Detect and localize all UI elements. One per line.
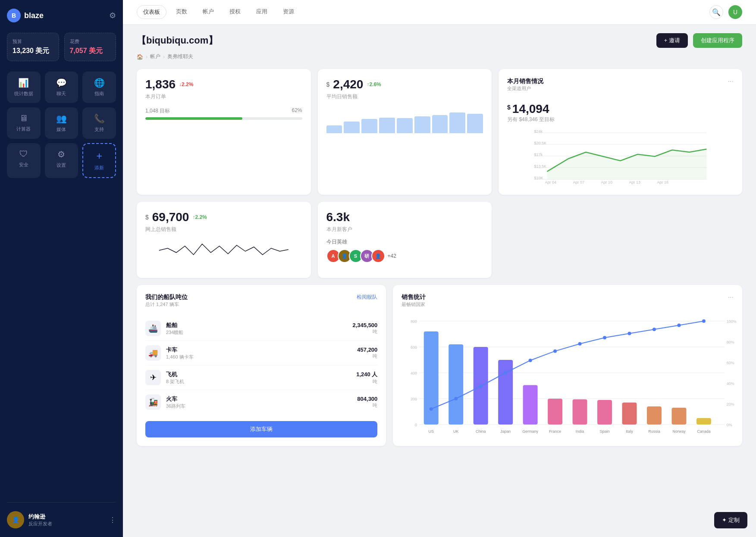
mini-bar-1 [344, 122, 360, 133]
sales-bar-chart: 02004006008000%20%40%60%80%100%USUKChina… [402, 315, 734, 444]
progress-bar [145, 117, 302, 120]
breadcrumb-home[interactable]: 🏠 [137, 54, 143, 60]
dot-Canada [702, 319, 706, 323]
sales-stats-title: 销售统计 [402, 293, 426, 301]
svg-text:US: US [429, 429, 434, 434]
tab-pages[interactable]: 页数 [170, 5, 193, 19]
invite-button[interactable]: + 邀请 [656, 33, 688, 48]
progress-section: 1,048 目标 62% [145, 107, 302, 120]
sidebar-item-stats[interactable]: 📊 统计数据 [7, 72, 41, 103]
progress-pct: 62% [292, 107, 302, 115]
svg-text:China: China [476, 429, 486, 434]
svg-text:Russia: Russia [649, 429, 660, 434]
dot-UK [455, 397, 458, 400]
ship-icon: 🚢 [145, 321, 161, 336]
mini-bar-3 [379, 118, 395, 133]
svg-text:Japan: Japan [500, 429, 511, 434]
mini-bars [326, 107, 483, 133]
breadcrumb-current: 奥弗维耶夫 [167, 53, 193, 60]
tab-dashboard[interactable]: 仪表板 [137, 5, 166, 19]
dot-France [553, 350, 557, 353]
sales-stats-more-btn[interactable]: ··· [728, 293, 734, 301]
add-label: 添新 [94, 165, 104, 171]
chat-icon: 💬 [56, 78, 67, 88]
top-nav-actions: 🔍 U [709, 5, 742, 19]
svg-text:$13.5K: $13.5K [534, 164, 547, 169]
svg-text:200: 200 [411, 397, 417, 401]
dot-China [479, 384, 483, 388]
sidebar-item-guide[interactable]: 🌐 指南 [82, 72, 116, 103]
daily-sales-label: 平均日销售额 [326, 93, 483, 100]
user-role: 反应开发者 [28, 521, 105, 527]
page-content: 【biqubiqu.com】 + 邀请 创建应用程序 🏠 › 帐户 › 奥弗维耶… [123, 25, 756, 537]
hero-avatar-5: 👤 [371, 249, 385, 263]
orders-value: 1,836 [145, 78, 176, 91]
support-label: 支持 [94, 126, 104, 133]
customize-button[interactable]: ✦ 定制 [714, 512, 747, 528]
monthly-sales-sub: 另有 $48,346 至目标 [507, 116, 734, 123]
fleet-amount-train: 804,300 [357, 396, 377, 402]
tab-resources[interactable]: 资源 [277, 5, 300, 19]
new-customers-card: 6.3k 本月新客户 今日英雄 A 👤 S 研 👤 +42 [318, 202, 492, 278]
fleet-item-truck: 🚚 卡车 1,460 辆卡车 457,200 吨 [145, 341, 377, 365]
fleet-name-plane: 飞机 [166, 371, 351, 378]
fleet-name-ship: 船舶 [166, 322, 347, 329]
mini-bar-6 [432, 115, 448, 133]
heroes-count: +42 [388, 253, 396, 259]
tab-apps[interactable]: 应用 [250, 5, 273, 19]
dot-India [578, 342, 582, 346]
bar-Spain [597, 400, 612, 425]
fleet-count-plane: 8 架飞机 [166, 378, 351, 385]
dot-US [430, 407, 433, 411]
user-name: 约翰逊 [28, 513, 105, 521]
media-icon: 👥 [56, 113, 67, 124]
user-avatar-small[interactable]: U [728, 5, 742, 19]
user-info: 约翰逊 反应开发者 [28, 513, 105, 527]
fleet-link[interactable]: 检阅舰队 [357, 293, 377, 301]
create-app-button[interactable]: 创建应用程序 [693, 33, 742, 48]
bar-France [548, 399, 562, 425]
monthly-sales-chart: $24k $20.5K $17k $13.5K $10K Apr 04 Apr … [507, 128, 734, 184]
sidebar-header: B blaze ⚙ [7, 9, 116, 22]
sidebar-item-support[interactable]: 📞 支持 [82, 107, 116, 139]
sales-chart-container: 02004006008000%20%40%60%80%100%USUKChina… [402, 315, 734, 427]
svg-text:80%: 80% [727, 340, 734, 344]
tab-auth[interactable]: 授权 [223, 5, 247, 19]
bar-Norway [672, 408, 687, 425]
sidebar-item-settings[interactable]: ⚙ 设置 [45, 143, 78, 178]
settings-icon[interactable]: ⚙ [109, 11, 116, 20]
svg-text:Italy: Italy [626, 429, 634, 434]
svg-text:Spain: Spain [600, 429, 610, 434]
svg-text:20%: 20% [727, 402, 734, 406]
svg-text:UK: UK [453, 429, 458, 434]
add-vehicle-button[interactable]: 添加车辆 [145, 421, 377, 437]
budget-label: 预算 [13, 38, 53, 45]
bar-Germany [523, 385, 538, 424]
sales-stats-header: 销售统计 最畅销国家 ··· [402, 293, 734, 308]
monthly-sales-title: 本月销售情况 [507, 78, 543, 85]
security-icon: 🛡 [19, 149, 28, 159]
mini-bar-8 [467, 114, 483, 133]
fleet-card: 我们的船队吨位 总计 1,247 辆车 检阅舰队 🚢 船舶 234艘船 2,34… [137, 285, 386, 446]
sidebar-item-calculator[interactable]: 🖥 计算器 [7, 107, 41, 139]
sidebar-item-add[interactable]: + 添新 [82, 143, 116, 178]
search-icon: 🔍 [712, 8, 721, 16]
logo-icon: B [7, 9, 21, 22]
tab-accounts[interactable]: 帐户 [197, 5, 220, 19]
monthly-sales-card: 本月销售情况 全渠道用户 ··· $ 14,094 另有 $48,346 至目标 [499, 69, 742, 195]
breadcrumb-accounts[interactable]: 帐户 [150, 53, 160, 60]
svg-text:Canada: Canada [697, 429, 711, 434]
monthly-sales-more-btn[interactable]: ··· [728, 78, 734, 85]
user-menu-icon[interactable]: ⋮ [109, 516, 116, 524]
user-section: 👤 约翰逊 反应开发者 ⋮ [7, 502, 116, 528]
fleet-value-ship: 2,345,500 吨 [352, 322, 377, 335]
guide-icon: 🌐 [94, 78, 105, 88]
dot-Italy [628, 332, 631, 335]
sidebar-item-chat[interactable]: 💬 聊天 [45, 72, 78, 103]
stats-label: 统计数据 [14, 91, 33, 97]
mini-bar-0 [326, 125, 342, 133]
expenses-value: 7,057 美元 [70, 47, 111, 56]
sidebar-item-media[interactable]: 👥 媒体 [45, 107, 78, 139]
search-button[interactable]: 🔍 [709, 5, 723, 19]
sidebar-item-security[interactable]: 🛡 安全 [7, 143, 41, 178]
